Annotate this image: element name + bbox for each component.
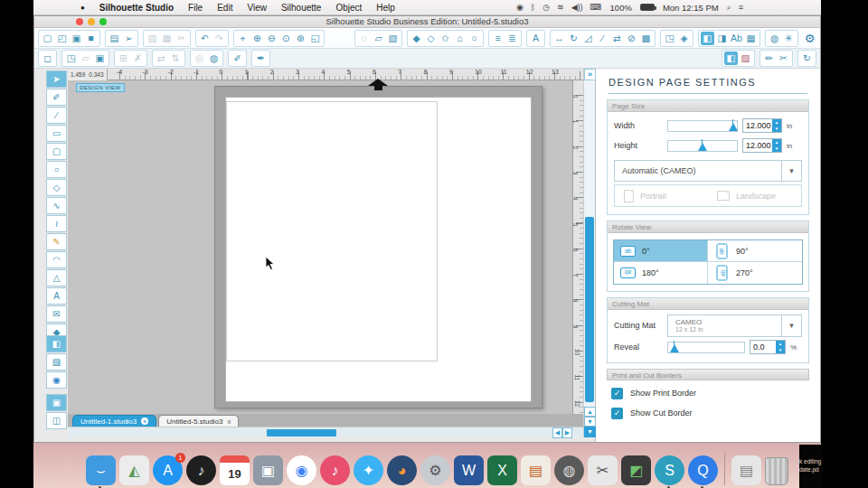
collapse-panel-button[interactable]: » [584,69,596,80]
design-view-icon[interactable]: ◧ [46,335,67,352]
vertical-scroll-thumb[interactable] [585,217,594,402]
scale-icon[interactable]: ◿ [581,32,595,45]
height-spin-up[interactable]: ▲ [772,139,781,145]
trash-icon[interactable] [765,457,788,485]
curve-tool-icon[interactable]: ∿ [46,197,67,214]
fill-gradient-icon[interactable]: ⌂ [453,32,467,45]
open-file-icon[interactable]: ◰ [55,32,69,45]
apple-menu-icon[interactable]: ● [80,4,85,12]
select-by-color-icon[interactable]: ▧ [386,32,400,45]
lasso-icon[interactable]: ◌ [357,32,371,45]
checkbox-checked-icon[interactable]: ✓ [611,388,623,399]
send-to-machine-icon[interactable]: ➢ [122,32,136,45]
pan-icon[interactable]: ⌖ [236,32,250,45]
print-icon[interactable]: ▤ [108,32,121,45]
width-value[interactable]: 12.000 [743,119,772,132]
line-thickness-icon[interactable]: ≣ [505,32,519,45]
menu-item-silhouette-studio[interactable]: Silhouette Studio [99,3,174,13]
safari-icon[interactable]: ✦ [354,455,383,485]
sketch-pens-icon[interactable]: ✏ [762,52,776,65]
system-preferences-icon[interactable]: ⚙ [420,455,450,485]
finder-icon[interactable]: ⌣ [86,455,116,485]
freehand-tool-icon[interactable]: ≀ [46,215,67,232]
documents-stack-icon[interactable]: ▤ [731,455,761,485]
text-options-icon[interactable]: Ab [730,32,743,45]
new-file-icon[interactable]: ▢ [41,32,54,45]
height-slider[interactable] [667,140,738,152]
reveal-slider[interactable] [667,342,745,353]
offset-icon[interactable]: ◳ [663,32,676,45]
rotate-270-button[interactable]: ab270° [708,262,802,284]
arc-tool-icon[interactable]: ◠ [46,251,67,268]
photos-icon[interactable]: ◭ [119,455,149,485]
height-value[interactable]: 12.000 [743,139,772,152]
page-preset-dropdown[interactable]: Automatic (CAMEO) ▼ [614,160,802,182]
store-view-icon[interactable]: ▨ [46,353,67,371]
height-spin-down[interactable]: ▼ [772,145,781,152]
tab-close-icon[interactable]: x [141,418,148,425]
spotlight-icon[interactable]: ⌕ [727,3,731,13]
scroll-up-button[interactable]: ▲ [584,407,596,417]
effects-icon[interactable]: ✳ [782,32,796,45]
horizontal-scrollbar[interactable]: ◀ ▶ [68,427,583,437]
registration-marks-icon[interactable]: ◨ [715,32,729,45]
symbol-icon[interactable]: ◈ [677,32,691,45]
rotate-icon[interactable]: ↻ [567,32,580,45]
volume-icon[interactable]: ◀)) [571,3,583,12]
document-tab[interactable]: Untitled-5.studio3x [158,415,239,427]
installer-icon[interactable]: ◍ [554,455,584,485]
reveal-spin-up[interactable]: ▲ [776,341,785,347]
save-icon[interactable]: ▣ [70,32,83,45]
itunes-icon[interactable]: ♪ [320,455,350,485]
checkbox-checked-icon[interactable]: ✓ [611,408,623,419]
erase-icon[interactable]: ⊘ [625,32,638,45]
design-page-settings-icon[interactable]: ◧ [724,52,738,65]
vertical-scrollbar[interactable]: » ▲ ▼ ▼ [583,69,595,437]
draw-selection-icon[interactable]: ▱ [372,32,385,45]
zoom-to-selection-icon[interactable]: ◳ [64,52,78,65]
knife-icon[interactable]: ✒ [254,52,268,65]
scroll-left-button[interactable]: ◀ [552,427,562,438]
menu-item-object[interactable]: Object [335,3,362,13]
word-icon[interactable]: W [454,455,484,485]
width-spinner[interactable]: 12.000 ▲▼ [742,118,782,133]
scissors-app-icon[interactable]: ✂ [588,455,618,485]
regular-polygon-tool-icon[interactable]: △ [46,269,67,286]
photo-editor-icon[interactable]: ◩ [621,455,651,485]
width-slider[interactable] [667,120,738,132]
excel-icon[interactable]: X [487,455,517,485]
fill-page-icon[interactable]: ▣ [46,394,67,411]
page-settings-icon[interactable]: ◧ [701,32,714,45]
rotate-90-button[interactable]: ab90° [708,240,802,262]
zoom-in-icon[interactable]: ⊕ [250,32,264,45]
zoom-out-icon[interactable]: ⊖ [265,32,278,45]
mirror-icon[interactable]: ⇄ [610,32,624,45]
calendar-icon[interactable]: 19 [220,455,250,485]
height-spinner[interactable]: 12.000 ▲▼ [742,138,782,153]
portrait-button[interactable]: Portrait [615,185,708,206]
wifi-icon[interactable]: ≋ [557,3,564,12]
window-title-bar[interactable]: Silhouette Studio Business Edition: Unti… [33,15,821,28]
smooth-freehand-tool-icon[interactable]: ✎ [46,233,67,250]
menu-item-view[interactable]: View [247,3,267,13]
scroll-down-button[interactable]: ▼ [584,417,596,427]
dropdown-arrow-icon[interactable]: ▼ [781,315,801,336]
menu-item-help[interactable]: Help [376,3,395,13]
landscape-button[interactable]: Landscape [708,185,801,206]
workspace[interactable] [68,80,572,414]
chrome-icon[interactable]: ◉ [287,455,316,485]
menu-clock[interactable]: Mon 12:15 PM [663,3,719,13]
split-view-icon[interactable]: ◫ [46,412,67,429]
image-effects-icon[interactable]: ▩ [639,32,653,45]
drag-zoom-icon[interactable]: ⊛ [294,32,307,45]
sync-icon[interactable]: ↻ [800,52,814,65]
notification-center-icon[interactable]: ≡ [739,3,743,13]
fit-to-page-icon[interactable]: ◱ [308,32,322,45]
dropdown-arrow-icon[interactable]: ▼ [781,161,801,181]
fill-pattern-icon[interactable]: ✩ [439,32,452,45]
line-color-icon[interactable]: ◇ [424,32,438,45]
ellipse-tool-icon[interactable]: ○ [46,161,67,178]
shear-icon[interactable]: ∕ [596,32,609,45]
office-app-icon[interactable]: ▤ [521,455,551,485]
reveal-value[interactable]: 0.0 [750,341,776,353]
